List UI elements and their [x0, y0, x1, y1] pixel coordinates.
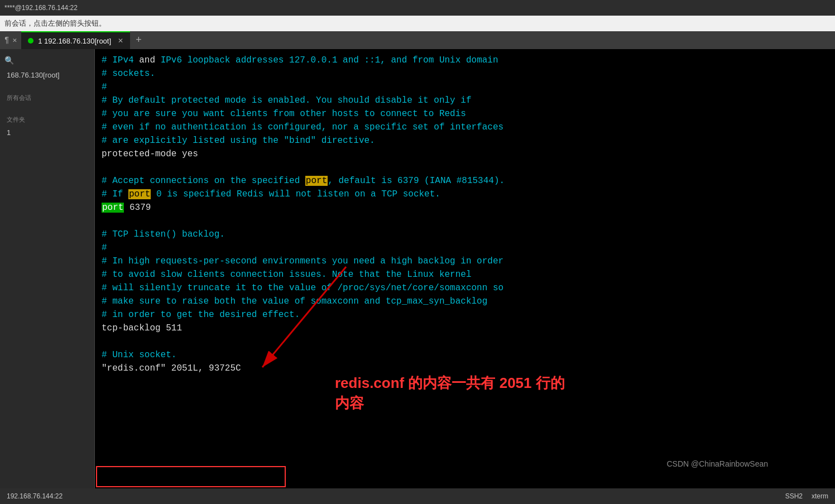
hint-text: 前会话，点击左侧的箭头按钮。	[4, 18, 106, 28]
tab-close-button[interactable]: ✕	[118, 37, 123, 45]
sidebar: 🔍 168.76.130[root] 所有会话 文件夹 1	[0, 49, 95, 488]
tab-label: 1 192.168.76.130[root]	[38, 37, 111, 45]
red-highlight-box	[96, 466, 286, 487]
close-icon[interactable]: ✕	[12, 36, 17, 45]
line-13: #	[102, 243, 107, 253]
status-right: SSH2 xterm	[785, 492, 828, 500]
line-7: # are explicitly listed using the "bind"…	[102, 136, 375, 146]
sidebar-item-session[interactable]: 168.76.130[root]	[0, 68, 94, 83]
add-icon: +	[136, 35, 142, 46]
new-tab-button[interactable]: +	[130, 31, 147, 49]
tab-bar: ¶ ✕ 1 192.168.76.130[root] ✕ +	[0, 31, 835, 49]
line-3: #	[102, 82, 107, 92]
pin-icon: ¶	[4, 36, 9, 45]
sidebar-number: 1	[0, 126, 94, 139]
tab-status-dot	[28, 38, 33, 44]
pin-button[interactable]: ¶ ✕	[0, 31, 21, 49]
line-5: # you are sure you want clients from oth…	[102, 109, 466, 119]
title-bar: ****@192.168.76.144:22	[0, 0, 835, 16]
watermark: CSDN @ChinaRainbowSean	[666, 459, 768, 468]
status-ssh: SSH2	[785, 492, 803, 500]
line-blank1	[102, 162, 107, 172]
line-21: "redis.conf" 2051L, 93725C	[102, 363, 241, 373]
annotation-label: redis.conf 的内容一共有 2051 行的内容	[335, 373, 565, 414]
main-layout: 🔍 168.76.130[root] 所有会话 文件夹 1 # IPv4 and…	[0, 49, 835, 488]
sidebar-search-bar[interactable]: 🔍	[0, 54, 94, 68]
line-17: # make sure to raise both the value of s…	[102, 296, 487, 306]
line-15: # to avoid slow clients connection issue…	[102, 270, 472, 280]
line-16: # will silently truncate it to the value…	[102, 283, 503, 293]
hint-bar: 前会话，点击左侧的箭头按钮。	[0, 16, 835, 31]
line-18: # in order to get the desired effect.	[102, 310, 300, 320]
sidebar-item-label: 168.76.130[root]	[7, 71, 60, 79]
line-1: # IPv4 and IPv6 loopback addresses 127.0…	[102, 55, 498, 65]
search-icon: 🔍	[4, 56, 14, 65]
line-10: # If port 0 is specified Redis will not …	[102, 189, 440, 199]
line-19: tcp-backlog 511	[102, 323, 182, 333]
active-tab[interactable]: 1 192.168.76.130[root] ✕	[21, 31, 130, 49]
line-4: # By default protected mode is enabled. …	[102, 95, 472, 105]
status-xterm: xterm	[812, 492, 828, 500]
line-9: # Accept connections on the specified po…	[102, 176, 505, 186]
line-11: port 6379	[102, 203, 151, 213]
line-blank3	[102, 337, 107, 347]
line-8: protected-mode yes	[102, 149, 198, 159]
line-blank2	[102, 216, 107, 226]
line-12: # TCP listen() backlog.	[102, 229, 225, 239]
line-2: # sockets.	[102, 69, 155, 79]
line-14: # In high requests-per-second environmen…	[102, 256, 503, 266]
terminal-content[interactable]: # IPv4 and IPv6 loopback addresses 127.0…	[95, 49, 835, 488]
title-text: ****@192.168.76.144:22	[4, 4, 78, 12]
sidebar-section-folder: 文件夹	[0, 104, 94, 126]
sidebar-section-all: 所有会话	[0, 83, 94, 104]
status-bar: 192.168.76.144:22 SSH2 xterm	[0, 488, 835, 504]
line-6: # even if no authentication is configure…	[102, 122, 503, 132]
terminal-output: # IPv4 and IPv6 loopback addresses 127.0…	[102, 54, 828, 375]
status-left: 192.168.76.144:22	[7, 492, 63, 500]
line-20: # Unix socket.	[102, 350, 176, 360]
